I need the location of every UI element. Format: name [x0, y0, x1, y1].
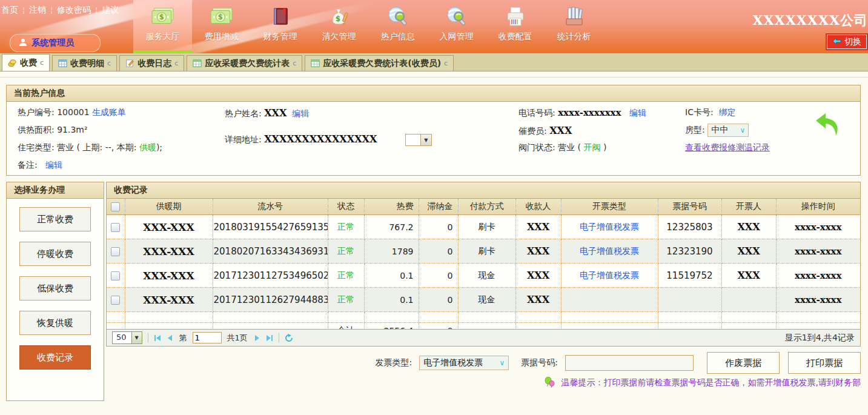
nav-item-statistics[interactable]: 统计分析: [545, 0, 603, 53]
tab-refresh-icon[interactable]: c: [293, 59, 296, 67]
tab-refresh-icon[interactable]: c: [174, 59, 178, 67]
sidebar-button-stop-heating-fee[interactable]: 停暖收费: [19, 242, 91, 266]
col-header-payee: 收款人: [515, 199, 561, 215]
row-checkbox[interactable]: [111, 223, 120, 232]
nav-item-customer-info[interactable]: 热户信息: [368, 0, 427, 53]
page-prefix: 第: [179, 333, 187, 344]
top-links: 首页¦ 注销¦ 修改密码¦ 建议: [1, 5, 119, 16]
nav-label: 入网管理: [440, 32, 474, 42]
nav-item-arrears[interactable]: $ 清欠管理: [310, 0, 368, 53]
tab-label: 应收采暖费欠费统计表: [205, 58, 290, 69]
nav-item-service-hall[interactable]: $ 服务大厅: [133, 0, 192, 53]
tab-refresh-icon[interactable]: c: [40, 59, 44, 67]
void-ticket-button[interactable]: 作废票据: [707, 352, 780, 374]
page-total: 共1页: [227, 333, 248, 344]
cell-period: XXX-XXX: [125, 215, 213, 239]
invoice-type-link[interactable]: 电子增值税发票: [580, 246, 639, 256]
sidebar-button-resume-heating[interactable]: 恢复供暖: [19, 311, 91, 335]
nav-item-network[interactable]: 入网管理: [427, 0, 486, 53]
prev-page-icon[interactable]: [167, 334, 174, 342]
table-icon: [311, 59, 320, 68]
last-page-icon[interactable]: [266, 334, 273, 342]
undo-arrow-icon[interactable]: [813, 109, 843, 141]
sidebar-button-fee-records[interactable]: 收费记录: [19, 345, 91, 370]
cell-status: 正常: [328, 239, 364, 264]
content-divider: [0, 77, 868, 78]
generate-bill-link[interactable]: 生成账单: [92, 107, 126, 117]
nav-item-fee-adjust[interactable]: $ 费用增减: [192, 0, 251, 53]
link-separator: ¦: [50, 6, 53, 15]
residence-type-label: 住宅类型:: [18, 142, 55, 152]
note-edit-link[interactable]: 编辑: [45, 160, 62, 170]
ic-bind-link[interactable]: 绑定: [719, 107, 736, 117]
ic-card-label: IC卡号:: [685, 107, 714, 117]
valve-value-suffix: ): [601, 142, 607, 152]
refresh-icon[interactable]: [285, 334, 293, 342]
tab-shoufei[interactable]: 收费 c: [2, 54, 50, 71]
customer-info-title: 当前热户信息: [7, 85, 860, 102]
sidebar-body: 正常收费 停暖收费 低保收费 恢复供暖 收费记录: [7, 207, 104, 370]
link-logout[interactable]: 注销: [29, 5, 46, 16]
edit-icon: [125, 59, 134, 68]
tip-bar: 温馨提示：打印票据前请检查票据号码是否正确，如需开增值税发票,请到财务部: [106, 377, 861, 390]
ticket-number-input[interactable]: [565, 355, 694, 371]
chevron-down-icon: ∨: [499, 359, 505, 367]
valve-status-label: 阀门状态:: [518, 142, 555, 152]
tab-refresh-icon[interactable]: c: [444, 59, 448, 67]
next-page-icon[interactable]: [253, 334, 260, 342]
invoice-type-link[interactable]: 电子增值税发票: [580, 222, 639, 231]
sidebar-button-low-income-fee[interactable]: 低保收费: [19, 276, 91, 300]
switch-arrow-icon: [832, 37, 841, 47]
row-checkbox[interactable]: [111, 271, 120, 281]
address-select[interactable]: ▼: [405, 134, 432, 146]
nav-item-fee-config[interactable]: 收费配置: [486, 0, 545, 53]
page-number-input[interactable]: [193, 332, 222, 344]
customer-info-body: 热户编号: 100001 生成账单 热户姓名: XXX 编辑 电话号码: xxx…: [7, 102, 860, 176]
row-checkbox[interactable]: [111, 296, 120, 305]
nav-label: 热户信息: [381, 32, 415, 42]
sidebar-title: 选择业务办理: [7, 182, 104, 199]
tab-qianfei-tongji-shoufeiyuan[interactable]: 应收采暖费欠费统计表(收费员) c: [305, 55, 454, 71]
col-header-serial: 流水号: [213, 199, 328, 215]
nav-label: 财务管理: [263, 32, 297, 42]
link-home[interactable]: 首页: [1, 5, 18, 16]
nav-item-finance[interactable]: 财务管理: [251, 0, 310, 53]
link-suggestion[interactable]: 建议: [102, 5, 119, 16]
name-edit-link[interactable]: 编辑: [292, 108, 309, 118]
cell-issuer: XXX: [721, 239, 776, 264]
books-icon: [563, 4, 585, 29]
ticket-number-label: 票据号码:: [521, 357, 558, 368]
first-page-icon[interactable]: [154, 334, 161, 342]
sidebar-button-normal-fee[interactable]: 正常收费: [19, 207, 91, 231]
tab-bar: 收费 c 收费明细 c 收费日志 c 应收采暖费欠费统计表 c: [0, 53, 868, 71]
select-all-checkbox[interactable]: [111, 202, 120, 211]
switch-button[interactable]: 切换: [827, 35, 867, 49]
row-checkbox[interactable]: [111, 247, 120, 256]
tab-shoufei-rizhi[interactable]: 收费日志 c: [119, 55, 184, 71]
temperature-record-link[interactable]: 查看收费报修测温记录: [685, 142, 770, 152]
table-icon: [193, 59, 202, 68]
user-pill[interactable]: 系统管理员: [10, 34, 101, 52]
phone-value: xxxx-xxxxxxx: [558, 107, 621, 118]
invoice-type-link[interactable]: 电子增值税发票: [580, 270, 639, 280]
col-header-period: 供暖期: [125, 199, 213, 215]
tab-label: 应收采暖费欠费统计表(收费员): [323, 58, 441, 69]
cell-ticket-number: 11519752: [658, 264, 721, 288]
tab-refresh-icon[interactable]: c: [107, 59, 111, 67]
room-type-select[interactable]: 中中 ∨: [707, 124, 749, 137]
invoice-type-select[interactable]: 电子增值税发票 ∨: [419, 356, 509, 370]
print-ticket-button[interactable]: 打印票据: [788, 352, 861, 374]
phone-edit-link[interactable]: 编辑: [629, 108, 646, 118]
cell-payment-method: 现金: [458, 264, 515, 288]
collector-value: XXX: [549, 125, 572, 136]
link-change-password[interactable]: 修改密码: [57, 5, 91, 16]
tab-shoufei-mingxi[interactable]: 收费明细 c: [52, 55, 117, 71]
cell-payment-method: 现金: [458, 288, 515, 312]
tab-qianfei-tongji[interactable]: 应收采暖费欠费统计表 c: [187, 55, 302, 71]
invoice-controls: 发票类型: 电子增值税发票 ∨ 票据号码: 作废票据 打印票据: [106, 351, 861, 374]
pagination-bar: 50 ▼ 第 共1页 显示1到4,共4记录: [107, 329, 860, 346]
area-label: 供热面积:: [18, 125, 55, 134]
col-header-status: 状态: [328, 199, 364, 215]
account-value: 100001: [57, 107, 89, 117]
page-size-select[interactable]: 50 ▼: [112, 331, 142, 344]
